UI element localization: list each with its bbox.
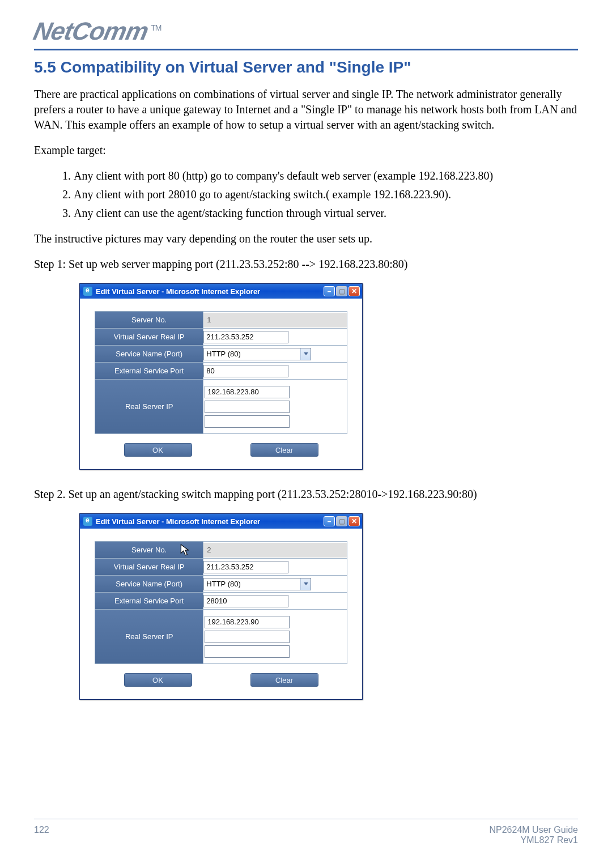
- ie-icon: [83, 287, 92, 296]
- intro-paragraph: There are practical applications on comb…: [34, 87, 578, 133]
- page-footer: 122 NP2624M User Guide YML827 Rev1: [34, 819, 578, 845]
- note-paragraph: The instructive pictures may vary depend…: [34, 231, 578, 246]
- virtual-server-form: Server No. Virtual Server Real IP Servic…: [95, 541, 347, 664]
- dialog-window: Edit Virtual Server - Microsoft Internet…: [79, 513, 363, 700]
- real-server-ip-field-3[interactable]: [205, 645, 290, 658]
- list-item: Any client with port 28010 go to agent/s…: [74, 187, 578, 202]
- clear-button[interactable]: Clear: [250, 443, 318, 457]
- window-title: Edit Virtual Server - Microsoft Internet…: [96, 287, 324, 296]
- dialog-window: Edit Virtual Server - Microsoft Internet…: [79, 283, 363, 470]
- window-title: Edit Virtual Server - Microsoft Internet…: [96, 517, 324, 526]
- minimize-button[interactable]: –: [324, 286, 335, 296]
- close-button[interactable]: ✕: [348, 516, 360, 526]
- virtual-server-form: Server No. Virtual Server Real IP Servic…: [95, 311, 347, 434]
- external-service-port-field[interactable]: [203, 595, 288, 607]
- label-ext-port: External Service Port: [95, 593, 203, 610]
- section-title: 5.5 Compatibility on Virtual Server and …: [34, 58, 578, 76]
- chevron-down-icon: [300, 348, 311, 360]
- service-name-select[interactable]: HTTP (80): [203, 578, 311, 590]
- virtual-server-real-ip-field[interactable]: [203, 331, 288, 343]
- label-service-name: Service Name (Port): [95, 576, 203, 593]
- step2-text: Step 2. Set up an agent/stacking switch …: [34, 487, 578, 502]
- label-real-ip: Virtual Server Real IP: [95, 559, 203, 576]
- example-target-list: Any client with port 80 (http) go to com…: [74, 168, 578, 221]
- maximize-button: ▢: [336, 286, 347, 296]
- example-target-label: Example target:: [34, 143, 578, 158]
- label-server-no: Server No.: [95, 312, 203, 329]
- label-server-no: Server No.: [95, 542, 203, 559]
- window-titlebar[interactable]: Edit Virtual Server - Microsoft Internet…: [80, 284, 362, 299]
- real-server-ip-field-2[interactable]: [205, 631, 290, 643]
- revision: YML827 Rev1: [489, 835, 578, 845]
- cursor-icon: [180, 544, 190, 556]
- page-number: 122: [34, 825, 49, 845]
- label-service-name: Service Name (Port): [95, 346, 203, 363]
- real-server-ip-field-1[interactable]: [205, 386, 290, 398]
- brand-logo: NetCommTM: [31, 17, 164, 45]
- real-server-ip-field-1[interactable]: [205, 616, 290, 628]
- maximize-button: ▢: [336, 516, 347, 526]
- header-divider: [34, 49, 578, 50]
- chevron-down-icon: [300, 578, 311, 590]
- clear-button[interactable]: Clear: [250, 673, 318, 687]
- ok-button[interactable]: OK: [124, 443, 192, 457]
- step1-text: Step 1: Set up web server mapping port (…: [34, 257, 578, 272]
- real-server-ip-field-2[interactable]: [205, 401, 290, 413]
- list-item: Any client can use the agent/stacking fu…: [74, 206, 578, 221]
- ok-button[interactable]: OK: [124, 673, 192, 687]
- guide-name: NP2624M User Guide: [489, 825, 578, 835]
- list-item: Any client with port 80 (http) go to com…: [74, 168, 578, 184]
- label-real-ip: Virtual Server Real IP: [95, 329, 203, 346]
- virtual-server-real-ip-field[interactable]: [203, 561, 288, 573]
- label-ext-port: External Service Port: [95, 363, 203, 380]
- label-real-server-ip: Real Server IP: [95, 610, 203, 664]
- minimize-button[interactable]: –: [324, 516, 335, 526]
- external-service-port-field[interactable]: [203, 365, 288, 377]
- server-no-field: [203, 543, 347, 558]
- ie-icon: [83, 517, 92, 526]
- service-name-select[interactable]: HTTP (80): [203, 348, 311, 360]
- server-no-field: [203, 313, 347, 327]
- label-real-server-ip: Real Server IP: [95, 380, 203, 434]
- close-button[interactable]: ✕: [348, 286, 360, 296]
- real-server-ip-field-3[interactable]: [205, 415, 290, 428]
- window-titlebar[interactable]: Edit Virtual Server - Microsoft Internet…: [80, 514, 362, 529]
